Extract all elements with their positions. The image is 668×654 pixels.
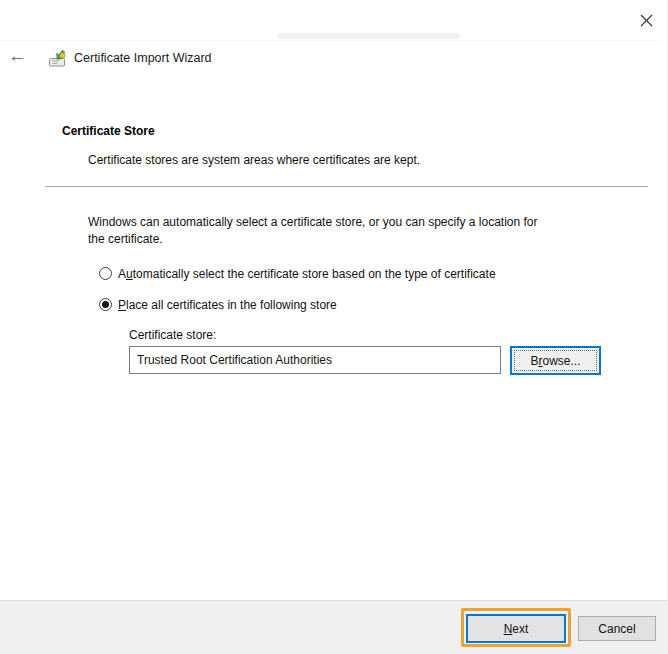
description-line-1: Windows can automatically select a certi… <box>88 214 618 231</box>
browse-button[interactable]: Browse... <box>510 346 601 375</box>
back-button[interactable]: ← <box>8 46 27 66</box>
annotation-highlight-rectangle <box>461 608 571 647</box>
radio-automatic-store-label: Automatically select the certificate sto… <box>118 267 496 282</box>
divider <box>45 186 648 187</box>
radio-unselected-icon[interactable] <box>99 267 112 280</box>
ghost-artifact-line <box>0 40 662 41</box>
description-line-2: the certificate. <box>88 231 618 248</box>
focus-rectangle <box>514 350 597 371</box>
certificate-import-wizard-dialog: ← Certificate Import Wizard Certificate … <box>0 0 668 654</box>
radio-place-in-store-label: Place all certificates in the following … <box>118 298 337 313</box>
description-text: Windows can automatically select a certi… <box>88 214 618 248</box>
certificate-store-input[interactable] <box>129 346 501 374</box>
wizard-title: Certificate Import Wizard <box>74 51 212 65</box>
radio-selected-icon[interactable] <box>99 298 112 311</box>
ghost-artifact <box>278 33 460 39</box>
radio-automatic-store[interactable]: Automatically select the certificate sto… <box>99 267 496 282</box>
close-x-glyph <box>640 14 653 27</box>
certificate-wizard-icon <box>47 47 69 69</box>
page-heading: Certificate Store <box>62 124 155 138</box>
certificate-store-label: Certificate store: <box>129 328 216 342</box>
radio-place-in-store[interactable]: Place all certificates in the following … <box>99 298 337 313</box>
cancel-button-label: Cancel <box>598 622 635 636</box>
page-subheading: Certificate stores are system areas wher… <box>88 153 420 167</box>
close-icon[interactable] <box>636 10 656 30</box>
cancel-button[interactable]: Cancel <box>578 616 656 641</box>
